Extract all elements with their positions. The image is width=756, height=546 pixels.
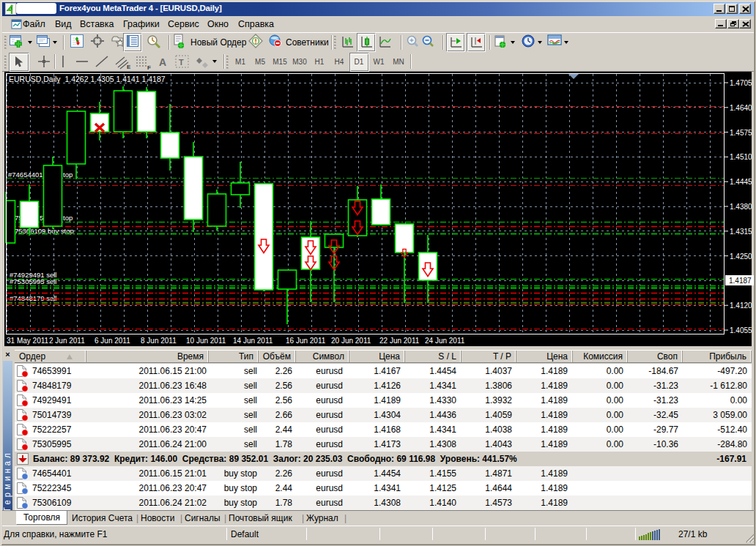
svg-text:top: top [63,171,73,179]
svg-text:8 Jun 2011: 8 Jun 2011 [141,337,177,345]
svg-text:22 Jun 2011: 22 Jun 2011 [379,337,420,345]
svg-text:1.4055: 1.4055 [730,326,752,334]
svg-text:1.4120: 1.4120 [730,302,752,310]
svg-text:#74654401: #74654401 [8,171,43,179]
svg-text:16 Jun 2011: 16 Jun 2011 [286,337,326,345]
svg-text:1.4705: 1.4705 [730,79,752,87]
svg-text:top: top [63,214,73,222]
svg-text:1.4250: 1.4250 [730,253,752,261]
svg-text:1.4510: 1.4510 [730,153,752,161]
svg-text:Терминал: Терминал [1,450,12,510]
svg-text:1.4380: 1.4380 [730,203,752,211]
svg-text:1.4575: 1.4575 [730,129,752,137]
svg-text:#74848179 sell: #74848179 sell [10,294,56,302]
svg-text:1.4640: 1.4640 [730,104,752,112]
svg-text:31 May 2011: 31 May 2011 [7,337,49,345]
svg-text:EURUSD,Daily 1.4262 1.4305 1.: EURUSD,Daily 1.4262 1.4305 1.4141 1.4187 [9,75,166,83]
svg-text:20 Jun 2011: 20 Jun 2011 [331,337,371,345]
svg-text:6 Jun 2011: 6 Jun 2011 [94,337,130,345]
svg-text:5: 5 [40,214,43,222]
svg-text:2 Jun 2011: 2 Jun 2011 [49,337,85,345]
svg-text:1.4445: 1.4445 [730,178,752,186]
svg-text:10 Jun 2011: 10 Jun 2011 [186,337,226,345]
svg-text:#75305995 sell: #75305995 sell [10,277,56,285]
svg-text:1.4187: 1.4187 [729,277,752,285]
svg-text:1.4315: 1.4315 [730,228,752,236]
svg-text:24 Jun 2011: 24 Jun 2011 [425,337,465,345]
svg-text:14 Jun 2011: 14 Jun 2011 [233,337,273,345]
